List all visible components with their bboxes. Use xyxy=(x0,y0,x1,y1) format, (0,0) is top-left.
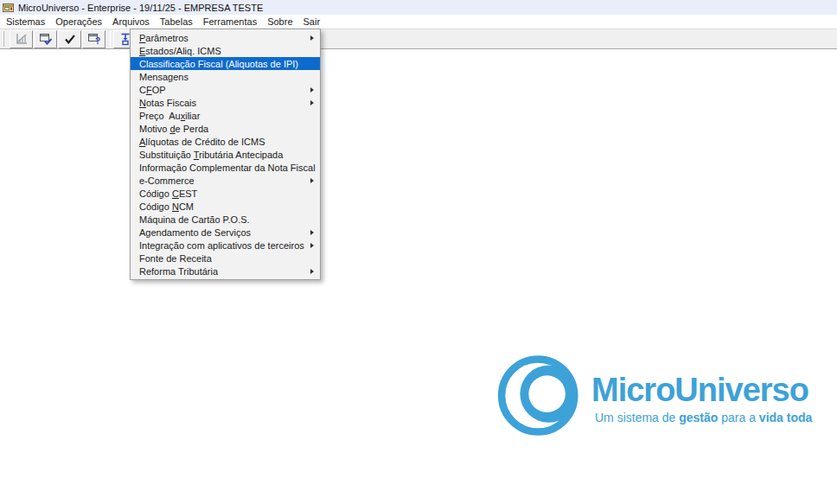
toolbar-grip xyxy=(3,31,4,47)
menu-item-label: Classificação Fiscal (Aliquotas de IPI) xyxy=(139,59,298,69)
tabelas-menu-popup: ParâmetrosEstados/Aliq. ICMSClassificaçã… xyxy=(130,29,321,280)
menu-item-estados-aliq-icms[interactable]: Estados/Aliq. ICMS xyxy=(131,44,320,57)
form-check-icon xyxy=(39,32,53,46)
menu-item-motivo-de-perda[interactable]: Motivo de Perda xyxy=(131,122,320,135)
tagline-part-bold: vida toda xyxy=(759,411,812,424)
menu-item-codigo-ncm[interactable]: Código NCM xyxy=(131,200,320,213)
menu-item-parametros[interactable]: Parâmetros xyxy=(131,31,320,44)
menu-item-label: Notas Fiscais xyxy=(139,98,196,108)
app-icon xyxy=(3,2,14,13)
microuniverso-logo: MicroUniverso Um sistema de gestão para … xyxy=(496,354,812,437)
menu-item-cfop[interactable]: CFOP xyxy=(131,83,320,96)
logo-brand-text: MicroUniverso xyxy=(591,373,812,406)
menu-item-label: Motivo de Perda xyxy=(139,124,208,134)
menu-item-agendamento-de-servicos[interactable]: Agendamento de Serviços xyxy=(131,226,320,239)
menu-item-label: CFOP xyxy=(139,85,166,95)
menu-item-label: Máquina de Cartão P.O.S. xyxy=(139,214,250,225)
menu-item-label: Reforma Tributária xyxy=(139,266,218,277)
menu-item-label: Mensagens xyxy=(139,72,188,82)
menubar-items: SistemasOperaçõesArquivosTabelasFerramen… xyxy=(0,15,837,29)
toolbar: ? xyxy=(0,29,837,49)
form-question-icon: ? xyxy=(87,32,101,46)
menu-item-label: Integração com aplicativos de terceiros xyxy=(139,240,304,251)
submenu-arrow-icon xyxy=(310,87,314,93)
menu-item-integracao-com-aplicativos-de-terceiros[interactable]: Integração com aplicativos de terceiros xyxy=(131,239,320,252)
titlebar: MicroUniverso - Enterprise - 19/11/25 - … xyxy=(0,0,837,15)
logo-tagline: Um sistema de gestão para a vida toda xyxy=(595,411,812,424)
submenu-arrow-icon xyxy=(310,269,314,274)
tagline-part: para a xyxy=(718,411,758,424)
menu-item-label: e-Commerce xyxy=(139,175,195,186)
submenu-arrow-icon xyxy=(310,230,314,235)
menu-item-aliquotas-de-credito-de-icms[interactable]: Alíquotas de Crédito de ICMS xyxy=(131,135,320,148)
menubar-item-tabelas[interactable]: Tabelas xyxy=(155,16,198,28)
menu-item-substituicao-tributaria-antecipada[interactable]: Substituição Tributária Antecipada xyxy=(131,148,320,161)
menubar-item-ferramentas[interactable]: Ferramentas xyxy=(198,16,262,28)
toolbar-separator xyxy=(110,31,111,48)
microuniverso-logo-icon xyxy=(496,354,586,437)
tagline-part-bold: gestão xyxy=(679,411,718,424)
menu-item-label: Preço Auxiliar xyxy=(139,111,200,121)
menubar-item-sobre[interactable]: Sobre xyxy=(262,16,297,28)
main-area: MicroUniverso Um sistema de gestão para … xyxy=(0,50,837,504)
logo-text-block: MicroUniverso Um sistema de gestão para … xyxy=(591,354,812,437)
submenu-arrow-icon xyxy=(310,178,314,183)
menubar-item-arquivos[interactable]: Arquivos xyxy=(107,16,155,28)
window-title: MicroUniverso - Enterprise - 19/11/25 - … xyxy=(18,3,263,13)
menu-item-label: Estados/Aliq. ICMS xyxy=(139,46,221,56)
submenu-arrow-icon xyxy=(310,35,314,41)
menu-item-e-commerce[interactable]: e-Commerce xyxy=(131,174,320,187)
submenu-arrow-icon xyxy=(310,100,314,105)
menu-item-label: Informação Complementar da Nota Fiscal xyxy=(139,163,316,173)
menu-item-label: Fonte de Receita xyxy=(139,253,212,264)
menu-item-label: Código CEST xyxy=(139,188,197,199)
menu-item-mensagens[interactable]: Mensagens xyxy=(131,70,320,83)
confirm-form-button[interactable] xyxy=(34,30,57,48)
menubar-item-operacoes[interactable]: Operações xyxy=(50,16,107,28)
menubar-item-sistemas[interactable]: Sistemas xyxy=(1,16,50,28)
svg-text:?: ? xyxy=(95,36,100,46)
submenu-arrow-icon xyxy=(310,243,314,248)
report-chart-button[interactable] xyxy=(10,30,33,48)
menu-item-label: Substituição Tributária Antecipada xyxy=(139,150,283,160)
menu-item-fonte-de-receita[interactable]: Fonte de Receita xyxy=(131,252,320,265)
menu-item-label: Agendamento de Serviços xyxy=(139,227,251,238)
menu-item-informacao-complementar-da-nota-fiscal[interactable]: Informação Complementar da Nota Fiscal xyxy=(131,161,320,174)
menu-item-classificacao-fiscal-aliquotas-de-ipi[interactable]: Classificação Fiscal (Aliquotas de IPI) xyxy=(131,57,320,70)
menu-item-maquina-de-cartao-p-o-s[interactable]: Máquina de Cartão P.O.S. xyxy=(131,213,320,226)
tagline-part: Um sistema de xyxy=(595,411,679,424)
menu-item-preco-auxiliar[interactable]: Preço Auxiliar xyxy=(131,109,320,122)
menu-item-notas-fiscais[interactable]: Notas Fiscais xyxy=(131,96,320,109)
check-icon xyxy=(63,32,77,46)
menu-item-label: Alíquotas de Crédito de ICMS xyxy=(139,137,265,147)
chart-icon xyxy=(15,32,29,46)
menu-item-label: Parâmetros xyxy=(139,33,188,43)
menu-item-codigo-cest[interactable]: Código CEST xyxy=(131,187,320,200)
help-form-button[interactable]: ? xyxy=(82,30,105,48)
menu-item-label: Código NCM xyxy=(139,201,194,212)
check-button[interactable] xyxy=(58,30,81,48)
menu-item-reforma-tributaria[interactable]: Reforma Tributária xyxy=(131,265,320,278)
menubar-item-sair[interactable]: Sair xyxy=(298,16,326,28)
